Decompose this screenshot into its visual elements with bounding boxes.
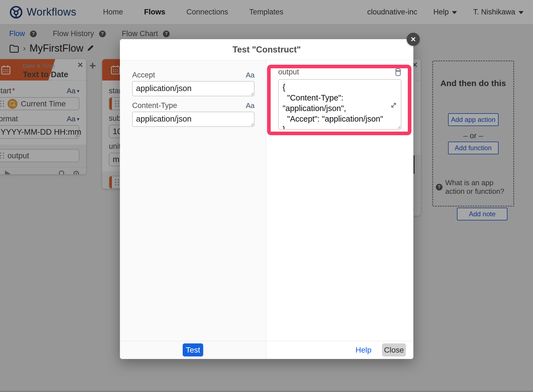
field-label: Content-Type bbox=[132, 101, 177, 110]
resize-handle[interactable] bbox=[397, 125, 401, 129]
expand-icon[interactable] bbox=[390, 101, 398, 109]
content-type-input[interactable]: application/json bbox=[132, 112, 255, 127]
field-label: Accept bbox=[132, 71, 155, 79]
clipboard-icon[interactable] bbox=[395, 68, 401, 76]
resize-handle[interactable] bbox=[250, 92, 254, 96]
type-hint: Aa bbox=[246, 101, 255, 110]
type-hint: Aa bbox=[246, 71, 255, 79]
modal-title: Test "Construct" bbox=[233, 45, 301, 55]
output-label: output bbox=[278, 68, 299, 76]
accept-input[interactable]: application/json bbox=[132, 81, 255, 96]
resize-handle[interactable] bbox=[250, 122, 254, 126]
test-construct-modal: Test "Construct" Accept Aa application/j… bbox=[120, 39, 413, 359]
modal-header: Test "Construct" bbox=[120, 39, 413, 60]
modal-inputs-panel: Accept Aa application/json Content-Type … bbox=[120, 60, 266, 341]
output-value[interactable]: { "Content-Type": "application/json", "A… bbox=[278, 79, 401, 130]
modal-output-panel: output { "Content-Type": "application/js… bbox=[266, 60, 413, 341]
modal-footer: Test Help Close bbox=[120, 341, 413, 359]
modal-close-icon[interactable]: ✕ bbox=[407, 33, 420, 46]
help-link[interactable]: Help bbox=[355, 346, 371, 355]
close-button[interactable]: Close bbox=[382, 343, 406, 356]
test-button[interactable]: Test bbox=[183, 343, 203, 356]
